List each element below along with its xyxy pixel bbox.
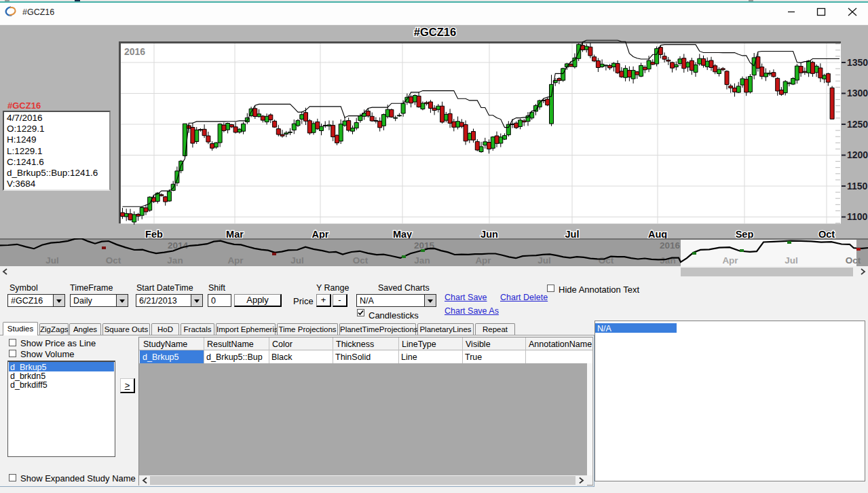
svg-text:Oct: Oct bbox=[106, 255, 121, 266]
svg-text:Oct: Oct bbox=[846, 255, 861, 266]
svg-text:Jul: Jul bbox=[537, 255, 551, 266]
svg-text:Jul: Jul bbox=[45, 255, 59, 266]
svg-text:2016: 2016 bbox=[660, 240, 681, 251]
svg-text:Oct: Oct bbox=[353, 255, 369, 266]
svg-text:Apr: Apr bbox=[475, 255, 491, 266]
svg-text:Jul: Jul bbox=[785, 255, 798, 266]
svg-text:2016: 2016 bbox=[124, 46, 145, 57]
svg-text:1150: 1150 bbox=[847, 181, 868, 191]
svg-text:Apr: Apr bbox=[722, 255, 738, 266]
svg-text:#GCZ16: #GCZ16 bbox=[414, 26, 456, 38]
svg-text:1250: 1250 bbox=[847, 119, 868, 130]
svg-text:1100: 1100 bbox=[847, 211, 868, 222]
svg-text:Jan: Jan bbox=[660, 255, 675, 266]
svg-text:Jan: Jan bbox=[167, 255, 183, 266]
svg-text:Jan: Jan bbox=[414, 255, 430, 266]
svg-text:1200: 1200 bbox=[847, 149, 868, 160]
svg-text:Jul: Jul bbox=[290, 255, 304, 266]
svg-text:1300: 1300 bbox=[847, 88, 868, 98]
svg-text:1350: 1350 bbox=[847, 57, 868, 68]
svg-text:Apr: Apr bbox=[227, 255, 244, 266]
